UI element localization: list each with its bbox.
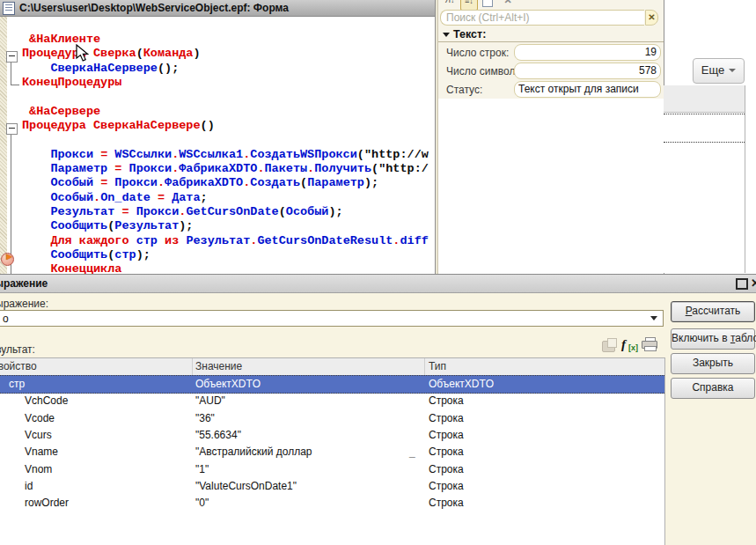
cell-value: "36" xyxy=(195,410,215,427)
status-field[interactable]: Текст открыт для записи xyxy=(514,81,661,98)
table-row[interactable]: Vnom"1"Строка xyxy=(0,461,664,478)
code-line[interactable]: СверкаНаСервере(); xyxy=(22,62,429,76)
form-table-preview[interactable] xyxy=(664,85,745,273)
expression-label: Выражение: xyxy=(0,298,48,310)
code-line[interactable]: Особый = Прокси.ФабрикаXDTO.Создать(Пара… xyxy=(22,176,429,190)
help-button[interactable]: Справка xyxy=(671,378,755,399)
code-line[interactable]: Сообщить(стр); xyxy=(22,248,429,262)
field-label-lines: Число строк: xyxy=(446,47,509,59)
table-row[interactable]: стрОбъектXDTOОбъектXDTO xyxy=(0,375,664,394)
code-line[interactable]: Прокси = WSСсылки.WSСсылка1.СоздатьWSПро… xyxy=(22,148,429,162)
fold-connector-elbow xyxy=(11,85,19,85)
combo-dropdown-icon[interactable] xyxy=(650,316,657,320)
code-line[interactable]: Сообщить(Результат); xyxy=(22,219,429,233)
search-clear-icon[interactable]: ✕ xyxy=(645,10,658,26)
code-line[interactable]: &НаСервере xyxy=(22,105,429,119)
cell-type: Строка xyxy=(429,461,464,478)
table-row[interactable]: rowOrder"0"Строка xyxy=(0,495,664,512)
collapse-minus-icon[interactable] xyxy=(6,123,18,135)
table-row[interactable]: Vcurs"55.6634"Строка xyxy=(0,427,664,444)
property-palette: Я↓ ≡↓ ✕ ✕ Текст: Число строк: 19 Число с… xyxy=(437,0,664,274)
cell-value: ОбъектXDTO xyxy=(195,376,261,393)
form-table-row xyxy=(664,114,745,143)
section-collapse-icon[interactable] xyxy=(443,33,450,37)
fold-connector-line xyxy=(11,61,11,85)
lines-count-field[interactable]: 19 xyxy=(514,44,661,61)
close-icon[interactable]: ✕ xyxy=(751,276,756,290)
result-table-header[interactable]: Свойство Значение Тип xyxy=(0,358,664,376)
cell-value: "0" xyxy=(195,495,209,512)
chars-count-field[interactable]: 578 xyxy=(514,63,661,79)
result-label: Результат: xyxy=(0,343,35,356)
cell-type: Строка xyxy=(429,393,464,409)
cell-property: Vnom xyxy=(25,461,52,478)
collapse-minus-icon[interactable] xyxy=(6,51,18,63)
cell-type: Строка xyxy=(429,427,464,444)
cell-property: стр xyxy=(9,376,25,393)
section-header-text: Текст: xyxy=(438,28,664,42)
fx-icon[interactable]: f[x] xyxy=(621,337,639,353)
hand-document-icon[interactable] xyxy=(602,338,617,351)
code-line[interactable]: Конеццикла xyxy=(22,262,429,274)
column-separator[interactable] xyxy=(424,358,425,375)
cell-type: Строка xyxy=(429,495,464,512)
close-button[interactable]: Закрыть xyxy=(671,353,755,374)
code-line[interactable]: Для каждого стр из Результат.GetCursOnDa… xyxy=(22,234,429,248)
cell-value: "ValuteCursOnDate1" xyxy=(195,478,297,495)
search-input[interactable] xyxy=(440,10,644,26)
result-rows: стрОбъектXDTOОбъектXDTOVchCode"AUD"Строк… xyxy=(0,376,664,545)
more-button[interactable]: Еще xyxy=(693,58,745,84)
cell-type: Строка xyxy=(429,478,464,495)
properties-page-icon[interactable] xyxy=(480,0,495,9)
print-icon[interactable] xyxy=(642,337,657,351)
code-editor-window: C:\Users\user\Desktop\WebServiceObject.e… xyxy=(0,0,436,274)
close-icon[interactable]: ✕ xyxy=(500,0,516,9)
cell-property: id xyxy=(25,478,33,495)
editor-titlebar[interactable]: C:\Users\user\Desktop\WebServiceObject.e… xyxy=(0,0,435,17)
code-line[interactable] xyxy=(22,90,429,104)
column-header-property[interactable]: Свойство xyxy=(0,360,37,372)
table-row[interactable]: VchCode"AUD"Строка xyxy=(0,393,664,409)
column-header-type[interactable]: Тип xyxy=(429,360,446,372)
column-header-value[interactable]: Значение xyxy=(195,360,242,372)
cell-property: VchCode xyxy=(25,393,68,409)
mouse-cursor-icon xyxy=(76,44,89,63)
truncation-mark: _ xyxy=(409,444,415,460)
code-line[interactable]: Параметр = Прокси.ФабрикаXDTO.Пакеты.Пол… xyxy=(22,162,429,176)
expression-combobox[interactable]: о xyxy=(0,310,664,327)
expression-dialog: Выражение ✕ Выражение: о Результат: f[x]… xyxy=(0,274,756,545)
include-in-watch-button[interactable]: Включить в табло xyxy=(671,328,755,350)
cell-type: Строка xyxy=(429,410,464,427)
cell-value: "Австралийский доллар xyxy=(195,444,312,460)
field-label-status: Статус: xyxy=(446,84,482,96)
code-line[interactable]: Особый.On_date = Дата; xyxy=(22,191,429,205)
table-row[interactable]: id"ValuteCursOnDate1"Строка xyxy=(0,478,664,495)
cell-property: rowOrder xyxy=(25,495,69,512)
code-line[interactable]: Процедура СверкаНаСервере() xyxy=(22,119,429,133)
cell-property: Vcurs xyxy=(25,427,52,444)
expression-value: о xyxy=(3,313,9,325)
document-icon xyxy=(3,2,15,15)
code-line[interactable] xyxy=(22,133,429,147)
code-editor-area[interactable]: &НаКлиентеПроцедура Сверка(Команда) Свер… xyxy=(0,17,435,274)
cell-property: Vcode xyxy=(25,410,55,427)
code-line[interactable]: Результат = Прокси.GetCursOnDate(Особый)… xyxy=(22,205,429,219)
form-table-header xyxy=(664,85,745,113)
table-row[interactable]: Vcode"36"Строка xyxy=(0,410,664,427)
cell-property: Vname xyxy=(25,444,58,460)
code-lines: &НаКлиентеПроцедура Сверка(Команда) Свер… xyxy=(22,33,429,274)
chevron-down-icon xyxy=(729,69,736,72)
dialog-titlebar[interactable]: Выражение ✕ xyxy=(0,275,756,293)
calculate-button[interactable]: Рассчитать xyxy=(671,301,755,322)
cell-value: "1" xyxy=(195,461,209,478)
cell-type: Строка xyxy=(429,444,464,460)
cell-value: "55.6634" xyxy=(195,427,241,444)
table-row[interactable]: Vname"Австралийский доллар_Строка xyxy=(0,444,664,460)
cell-value: "AUD" xyxy=(195,393,225,409)
code-line[interactable]: КонецПроцедуры xyxy=(22,76,429,90)
maximize-icon[interactable] xyxy=(736,278,748,290)
column-separator[interactable] xyxy=(192,358,193,375)
current-line-arrow-icon: ► xyxy=(4,251,14,261)
editor-title: C:\Users\user\Desktop\WebServiceObject.e… xyxy=(19,2,289,14)
sort-alpha-icon[interactable]: Я↓ xyxy=(442,0,458,9)
